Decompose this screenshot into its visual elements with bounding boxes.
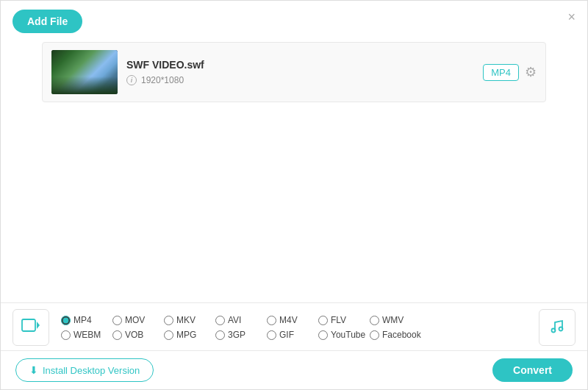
format-radio-grid: MP4 MOV MKV AVI M4V FLV <box>61 315 527 340</box>
audio-format-icon-box[interactable] <box>539 309 576 346</box>
install-label: Install Desktop Version <box>43 365 140 376</box>
format-bar: MP4 MOV MKV AVI M4V FLV <box>1 302 587 350</box>
thumbnail-image <box>51 50 118 94</box>
action-bar: ⬇ Install Desktop Version Convert <box>1 350 587 389</box>
format-option-mov[interactable]: MOV <box>112 315 164 325</box>
convert-button[interactable]: Convert <box>492 358 573 382</box>
svg-rect-0 <box>22 319 35 331</box>
svg-point-3 <box>559 327 563 330</box>
file-actions: MP4 ⚙ <box>483 64 537 81</box>
format-badge[interactable]: MP4 <box>483 64 519 81</box>
music-note-icon <box>549 318 565 338</box>
add-file-button[interactable]: Add File <box>12 10 82 33</box>
format-option-youtube[interactable]: YouTube <box>318 330 370 340</box>
format-option-vob[interactable]: VOB <box>112 330 164 340</box>
format-option-avi[interactable]: AVI <box>215 315 267 325</box>
file-meta: i 1920*1080 <box>126 75 474 85</box>
video-icon <box>21 317 40 338</box>
video-format-icon-box[interactable] <box>12 309 49 346</box>
settings-icon[interactable]: ⚙ <box>525 64 537 80</box>
svg-point-2 <box>552 328 556 332</box>
format-option-mkv[interactable]: MKV <box>164 315 215 325</box>
format-option-m4v[interactable]: M4V <box>267 315 318 325</box>
file-info: SWF VIDEO.swf i 1920*1080 <box>126 59 474 85</box>
file-resolution: 1920*1080 <box>141 75 184 85</box>
file-entry: SWF VIDEO.swf i 1920*1080 MP4 ⚙ <box>42 42 546 102</box>
format-option-wmv[interactable]: WMV <box>370 315 421 325</box>
file-thumbnail <box>51 50 118 94</box>
format-option-mp4[interactable]: MP4 <box>61 315 112 325</box>
close-button[interactable]: × <box>567 10 576 25</box>
format-option-facebook[interactable]: Facebook <box>370 330 421 340</box>
format-option-flv[interactable]: FLV <box>318 315 370 325</box>
format-option-webm[interactable]: WEBM <box>61 330 112 340</box>
header: Add File × <box>1 1 587 42</box>
svg-marker-1 <box>37 322 40 329</box>
download-icon: ⬇ <box>29 364 38 376</box>
format-option-gif[interactable]: GIF <box>267 330 318 340</box>
format-option-3gp[interactable]: 3GP <box>215 330 267 340</box>
file-name: SWF VIDEO.swf <box>126 59 474 71</box>
info-icon[interactable]: i <box>126 75 137 85</box>
install-desktop-button[interactable]: ⬇ Install Desktop Version <box>15 358 154 382</box>
content-area <box>1 102 587 279</box>
format-option-mpg[interactable]: MPG <box>164 330 215 340</box>
